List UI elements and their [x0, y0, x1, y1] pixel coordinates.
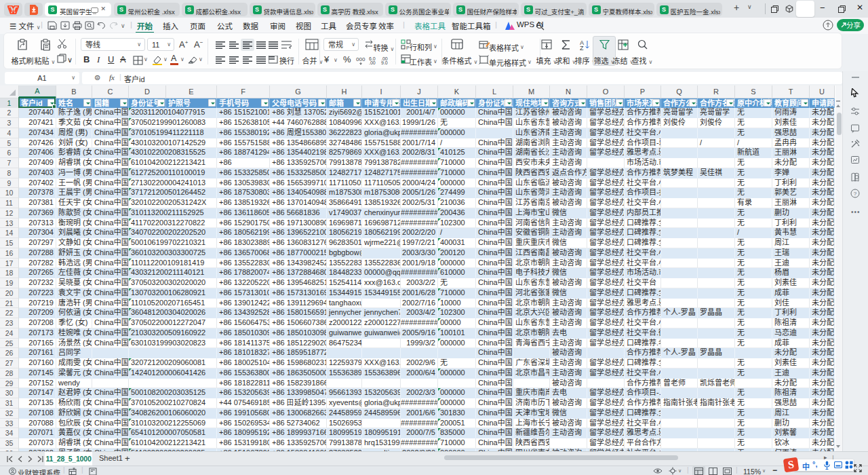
svg-text:.00: .00: [369, 60, 376, 64]
svg-text:Z: Z: [580, 45, 584, 50]
svg-text:9.0: 9.0: [381, 60, 388, 64]
svg-text:000: 000: [356, 56, 366, 62]
svg-text:?: ?: [854, 191, 857, 197]
